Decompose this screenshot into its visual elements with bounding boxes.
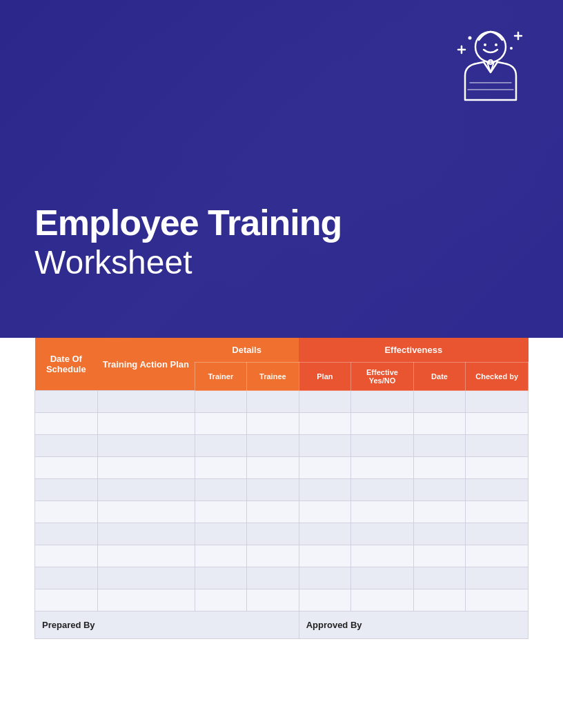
cell-trainee[interactable] <box>247 545 299 567</box>
cell-effective[interactable] <box>351 391 414 413</box>
cell-trainee[interactable] <box>247 567 299 589</box>
cell-date2[interactable] <box>413 479 466 501</box>
cell-trainer[interactable] <box>195 457 247 479</box>
cell-checked[interactable] <box>466 413 529 435</box>
cell-trainee[interactable] <box>247 413 299 435</box>
cell-training[interactable] <box>97 413 195 435</box>
cell-plan[interactable] <box>299 413 351 435</box>
cell-checked[interactable] <box>466 435 529 457</box>
cell-trainer[interactable] <box>195 479 247 501</box>
table-section: Date Of Schedule Training Action Plan De… <box>0 338 563 653</box>
header-group-row: Date Of Schedule Training Action Plan De… <box>35 338 529 363</box>
svg-point-7 <box>484 43 486 46</box>
hero-title-main: Employee Training <box>34 203 342 243</box>
cell-date2[interactable] <box>413 501 466 523</box>
th-checked-by: Checked by <box>466 363 529 391</box>
cell-trainee[interactable] <box>247 589 299 611</box>
cell-training[interactable] <box>97 589 195 611</box>
cell-date2[interactable] <box>413 457 466 479</box>
cell-date[interactable] <box>35 413 98 435</box>
cell-plan[interactable] <box>299 523 351 545</box>
cell-effective[interactable] <box>351 589 414 611</box>
cell-training[interactable] <box>97 545 195 567</box>
cell-checked[interactable] <box>466 479 529 501</box>
cell-training[interactable] <box>97 457 195 479</box>
cell-plan[interactable] <box>299 501 351 523</box>
cell-date[interactable] <box>35 523 98 545</box>
cell-date2[interactable] <box>413 523 466 545</box>
cell-trainee[interactable] <box>247 435 299 457</box>
cell-date[interactable] <box>35 501 98 523</box>
cell-training[interactable] <box>97 567 195 589</box>
cell-trainee[interactable] <box>247 457 299 479</box>
cell-effective[interactable] <box>351 545 414 567</box>
th-date: Date <box>413 363 466 391</box>
cell-date2[interactable] <box>413 391 466 413</box>
cell-date[interactable] <box>35 545 98 567</box>
cell-date[interactable] <box>35 479 98 501</box>
cell-date2[interactable] <box>413 545 466 567</box>
cell-date[interactable] <box>35 567 98 589</box>
cell-effective[interactable] <box>351 413 414 435</box>
svg-point-6 <box>475 32 506 62</box>
person-icon-container <box>446 21 535 113</box>
th-details-group: Details <box>195 338 299 363</box>
cell-trainer[interactable] <box>195 523 247 545</box>
table-row <box>35 523 529 545</box>
th-trainee: Trainee <box>247 363 299 391</box>
cell-trainee[interactable] <box>247 391 299 413</box>
cell-trainer[interactable] <box>195 545 247 567</box>
cell-trainer[interactable] <box>195 391 247 413</box>
cell-trainer[interactable] <box>195 413 247 435</box>
cell-date[interactable] <box>35 391 98 413</box>
cell-date2[interactable] <box>413 435 466 457</box>
cell-checked[interactable] <box>466 589 529 611</box>
cell-training[interactable] <box>97 523 195 545</box>
cell-trainee[interactable] <box>247 501 299 523</box>
svg-point-5 <box>510 47 513 50</box>
cell-plan[interactable] <box>299 567 351 589</box>
cell-training[interactable] <box>97 391 195 413</box>
cell-trainer[interactable] <box>195 567 247 589</box>
cell-date[interactable] <box>35 589 98 611</box>
cell-date[interactable] <box>35 435 98 457</box>
cell-trainer[interactable] <box>195 501 247 523</box>
cell-trainee[interactable] <box>247 479 299 501</box>
cell-trainer[interactable] <box>195 435 247 457</box>
cell-training[interactable] <box>97 435 195 457</box>
cell-trainer[interactable] <box>195 589 247 611</box>
cell-effective[interactable] <box>351 435 414 457</box>
cell-checked[interactable] <box>466 523 529 545</box>
cell-effective[interactable] <box>351 501 414 523</box>
cell-effective[interactable] <box>351 457 414 479</box>
cell-checked[interactable] <box>466 391 529 413</box>
footer-row: Prepared By Approved By <box>35 611 529 639</box>
cell-trainee[interactable] <box>247 523 299 545</box>
approved-by-cell[interactable]: Approved By <box>299 611 528 639</box>
cell-plan[interactable] <box>299 479 351 501</box>
cell-plan[interactable] <box>299 391 351 413</box>
cell-checked[interactable] <box>466 545 529 567</box>
cell-checked[interactable] <box>466 457 529 479</box>
cell-date2[interactable] <box>413 567 466 589</box>
cell-date2[interactable] <box>413 413 466 435</box>
cell-checked[interactable] <box>466 567 529 589</box>
table-row <box>35 545 529 567</box>
cell-effective[interactable] <box>351 479 414 501</box>
cell-date2[interactable] <box>413 589 466 611</box>
cell-checked[interactable] <box>466 501 529 523</box>
cell-plan[interactable] <box>299 435 351 457</box>
prepared-by-cell[interactable]: Prepared By <box>35 611 299 639</box>
cell-plan[interactable] <box>299 545 351 567</box>
cell-effective[interactable] <box>351 523 414 545</box>
cell-effective[interactable] <box>351 567 414 589</box>
cell-plan[interactable] <box>299 589 351 611</box>
cell-date[interactable] <box>35 457 98 479</box>
svg-point-4 <box>468 37 472 40</box>
cell-plan[interactable] <box>299 457 351 479</box>
training-table: Date Of Schedule Training Action Plan De… <box>34 338 529 639</box>
th-training-action: Training Action Plan <box>97 338 195 391</box>
cell-training[interactable] <box>97 479 195 501</box>
cell-training[interactable] <box>97 501 195 523</box>
th-effectiveness-group: Effectiveness <box>299 338 528 363</box>
